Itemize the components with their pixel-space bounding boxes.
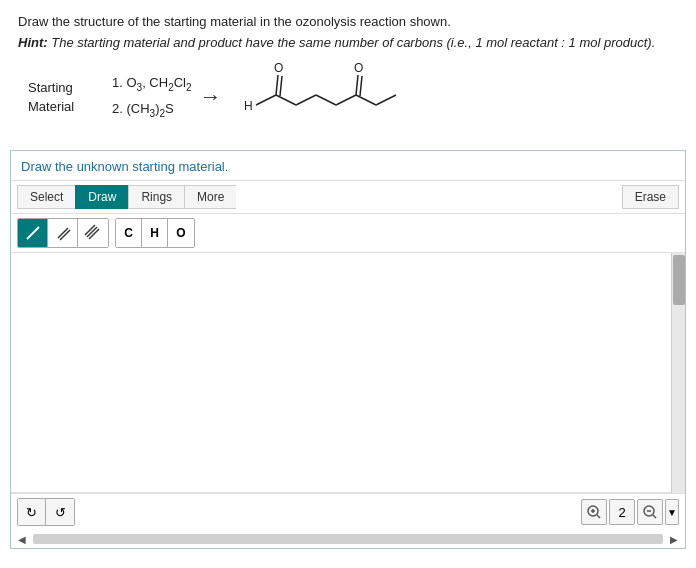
- bond-tools: [17, 218, 109, 248]
- svg-line-21: [597, 515, 600, 518]
- draw-button[interactable]: Draw: [75, 185, 128, 209]
- rings-button[interactable]: Rings: [128, 185, 184, 209]
- svg-line-6: [316, 95, 336, 105]
- svg-line-12: [376, 95, 396, 105]
- undo-redo-group: ↻ ↺: [17, 498, 75, 526]
- canvas-area: [11, 253, 685, 493]
- draw-canvas[interactable]: [11, 253, 685, 493]
- hint-prefix: Hint:: [18, 35, 51, 50]
- hint-body: The starting material and product have t…: [51, 35, 655, 50]
- instruction-text: Draw the structure of the starting mater…: [18, 14, 678, 29]
- scroll-right-button[interactable]: ▶: [667, 532, 681, 546]
- scroll-track-h[interactable]: [33, 534, 663, 544]
- zoom-dropdown-button[interactable]: ▼: [665, 499, 679, 525]
- svg-line-9: [356, 75, 358, 95]
- horizontal-scroll-bar: ◀ ▶: [11, 530, 685, 548]
- svg-text:H: H: [244, 99, 253, 113]
- reagents: 1. O3, CH2Cl2 2. (CH3)2S: [112, 71, 192, 122]
- svg-line-0: [256, 95, 276, 105]
- svg-line-1: [276, 95, 296, 105]
- single-bond-button[interactable]: [18, 219, 48, 247]
- top-section: Draw the structure of the starting mater…: [0, 0, 696, 150]
- undo-button[interactable]: ↻: [18, 499, 46, 525]
- draw-panel: Draw the unknown starting material. Sele…: [10, 150, 686, 549]
- triple-bond-button[interactable]: [78, 219, 108, 247]
- bottom-bar: ↻ ↺ 2 ▼: [11, 493, 685, 530]
- redo-button[interactable]: ↺: [46, 499, 74, 525]
- svg-text:O: O: [274, 61, 283, 75]
- bond-atom-toolbar: C H O: [11, 214, 685, 253]
- double-bond-button[interactable]: [48, 219, 78, 247]
- svg-line-14: [27, 227, 39, 239]
- scrollbar-thumb-v[interactable]: [673, 255, 685, 305]
- hint-text: Hint: The starting material and product …: [18, 35, 678, 50]
- product-structure: O O H: [236, 60, 416, 130]
- reagent-line1: 1. O3, CH2Cl2: [112, 71, 192, 97]
- svg-line-7: [336, 95, 356, 105]
- zoom-level-button[interactable]: 2: [609, 499, 635, 525]
- zoom-tools: 2 ▼: [581, 499, 679, 525]
- atom-tools: C H O: [115, 218, 195, 248]
- more-button[interactable]: More: [184, 185, 236, 209]
- reaction-row: Starting Material 1. O3, CH2Cl2 2. (CH3)…: [28, 64, 678, 130]
- zoom-out-button[interactable]: [637, 499, 663, 525]
- svg-line-10: [360, 76, 362, 96]
- oxygen-button[interactable]: O: [168, 219, 194, 247]
- label-line2: Material: [28, 97, 88, 117]
- hydrogen-button[interactable]: H: [142, 219, 168, 247]
- reaction-arrow: →: [200, 86, 222, 108]
- label-line1: Starting: [28, 78, 88, 98]
- svg-line-3: [280, 76, 282, 96]
- svg-line-2: [276, 75, 278, 95]
- scroll-left-button[interactable]: ◀: [15, 532, 29, 546]
- draw-panel-title: Draw the unknown starting material.: [11, 151, 685, 181]
- erase-button[interactable]: Erase: [622, 185, 679, 209]
- select-button[interactable]: Select: [17, 185, 75, 209]
- reagent-line2: 2. (CH3)2S: [112, 97, 192, 123]
- svg-line-25: [653, 515, 656, 518]
- starting-material-label: Starting Material: [28, 78, 88, 117]
- carbon-button[interactable]: C: [116, 219, 142, 247]
- svg-line-8: [356, 95, 376, 105]
- zoom-in-button[interactable]: [581, 499, 607, 525]
- svg-line-5: [296, 95, 316, 105]
- svg-text:O: O: [354, 61, 363, 75]
- toolbar: Select Draw Rings More Erase: [11, 181, 685, 214]
- vertical-scrollbar[interactable]: [671, 253, 685, 493]
